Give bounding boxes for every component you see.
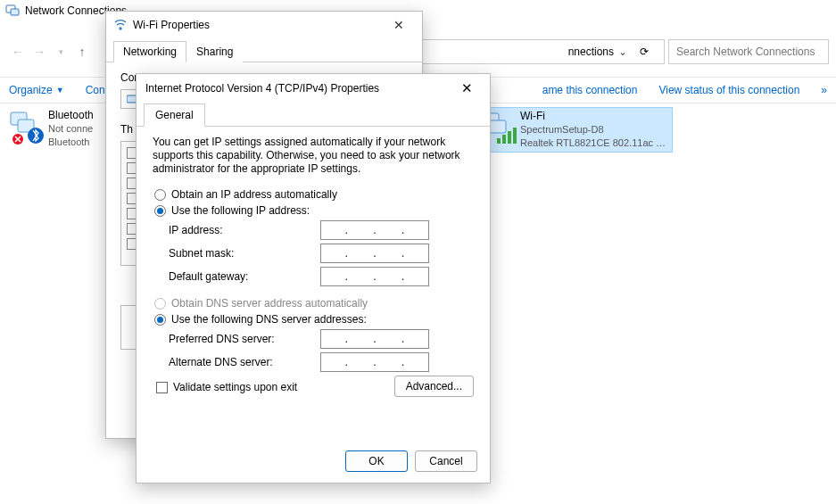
ipv4-properties-dialog: Internet Protocol Version 4 (TCP/IPv4) P… [136, 73, 491, 483]
input-alternate-dns[interactable]: ... [320, 352, 429, 372]
cancel-button[interactable]: Cancel [415, 450, 477, 472]
input-ip-address[interactable]: ... [320, 220, 429, 240]
radio-icon [154, 189, 166, 201]
nav-back-button[interactable]: ← [7, 45, 29, 59]
rename-connection-button[interactable]: ame this connection [542, 84, 638, 96]
radio-icon [154, 314, 166, 326]
label-ip-address: IP address: [169, 224, 320, 236]
ipv4-dialog-titlebar[interactable]: Internet Protocol Version 4 (TCP/IPv4) P… [137, 74, 490, 103]
svg-rect-11 [513, 128, 517, 144]
network-connections-icon [5, 4, 20, 17]
command-overflow[interactable]: » [821, 84, 827, 96]
tab-sharing[interactable]: Sharing [186, 41, 243, 62]
connection-device: Bluetooth [48, 136, 94, 149]
connection-device: Realtek RTL8821CE 802.11ac PCIe ... [520, 136, 668, 150]
radio-use-dns[interactable]: Use the following DNS server addresses: [154, 313, 474, 326]
connection-status: Not conne [48, 122, 94, 136]
label-subnet-mask: Subnet mask: [169, 247, 320, 260]
input-subnet-mask[interactable]: ... [320, 244, 429, 263]
organize-menu[interactable]: Organize▼ [9, 84, 64, 96]
svg-rect-8 [497, 138, 501, 144]
bluetooth-icon [9, 109, 45, 145]
label-preferred-dns: Preferred DNS server: [169, 333, 320, 345]
label-default-gateway: Default gateway: [169, 270, 320, 283]
connection-name: Bluetooth [48, 109, 94, 122]
view-status-button[interactable]: View status of this connection [658, 84, 799, 96]
connection-name: Wi-Fi [520, 110, 668, 123]
close-button[interactable]: ✕ [383, 18, 415, 32]
radio-obtain-dns: Obtain DNS server address automatically [154, 297, 474, 310]
radio-icon [154, 298, 166, 310]
wifi-dialog-title: Wi-Fi Properties [133, 19, 383, 31]
svg-rect-9 [502, 135, 506, 144]
label-alternate-dns: Alternate DNS server: [169, 356, 320, 368]
input-preferred-dns[interactable]: ... [320, 329, 429, 349]
svg-rect-1 [11, 9, 19, 15]
advanced-button[interactable]: Advanced... [394, 376, 474, 397]
wifi-dialog-titlebar[interactable]: Wi-Fi Properties ✕ [106, 12, 422, 38]
close-button[interactable]: ✕ [452, 80, 481, 96]
ok-button[interactable]: OK [345, 450, 408, 472]
ipv4-description: You can get IP settings assigned automat… [153, 136, 474, 176]
svg-rect-10 [508, 131, 511, 144]
tab-networking[interactable]: Networking [113, 41, 186, 62]
breadcrumb-dropdown[interactable]: ⌄ [614, 45, 632, 58]
checkbox-icon [156, 382, 168, 393]
nav-recent-dropdown[interactable]: ▾ [50, 47, 71, 56]
radio-icon [154, 205, 166, 217]
radio-obtain-ip[interactable]: Obtain an IP address automatically [154, 188, 474, 201]
search-placeholder: Search Network Connections [676, 45, 815, 58]
connection-status: SpectrumSetup-D8 [520, 123, 668, 136]
search-input[interactable]: Search Network Connections [668, 39, 829, 64]
ipv4-dialog-title: Internet Protocol Version 4 (TCP/IPv4) P… [145, 82, 452, 95]
wifi-dialog-tabs: Networking Sharing [106, 40, 422, 62]
nav-forward-button[interactable]: → [29, 45, 50, 59]
ipv4-dialog-tabs: General [137, 103, 490, 127]
nav-up-button[interactable]: ↑ [71, 45, 93, 59]
radio-use-ip[interactable]: Use the following IP address: [154, 204, 474, 217]
input-default-gateway[interactable]: ... [320, 267, 429, 286]
connection-wifi[interactable]: Wi-Fi SpectrumSetup-D8 Realtek RTL8821CE… [476, 107, 673, 153]
breadcrumb-fragment[interactable]: nnections [568, 45, 614, 58]
wifi-icon [113, 18, 128, 32]
refresh-button[interactable]: ⟳ [632, 45, 657, 58]
svg-rect-7 [490, 120, 506, 133]
tab-general[interactable]: General [144, 103, 205, 127]
